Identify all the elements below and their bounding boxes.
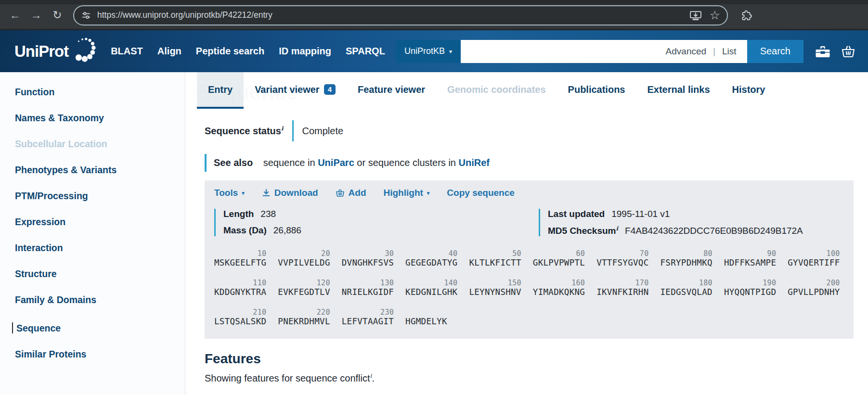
last-updated-value: 1995-11-01 v1 — [611, 209, 670, 219]
url-text[interactable]: https://www.uniprot.org/uniprotkb/P42212… — [97, 10, 682, 20]
database-selector[interactable]: UniProtKB ▾ — [396, 40, 461, 63]
nav-peptide-search[interactable]: Peptide search — [196, 46, 264, 57]
sidebar-item-ptm-processing[interactable]: PTM/Processing — [0, 191, 185, 201]
info-icon[interactable]: i — [281, 125, 284, 132]
residue-number — [405, 308, 447, 316]
nav-id-mapping[interactable]: ID mapping — [279, 46, 331, 57]
sequence-letters: YIMADKQKNG — [533, 287, 585, 298]
residue-number: 230 — [342, 308, 394, 316]
sidebar-item-similar-proteins[interactable]: Similar Proteins — [0, 349, 185, 359]
nav-align[interactable]: Align — [157, 46, 181, 57]
sequence-letters: DVNGHKFSVS — [342, 257, 394, 268]
uniref-link[interactable]: UniRef — [459, 157, 490, 168]
nav-sparql[interactable]: SPARQL — [346, 46, 385, 57]
residue-number: 10 — [214, 250, 266, 257]
sidebar-item-interaction[interactable]: Interaction — [0, 242, 185, 253]
tab-feature-viewer[interactable]: Feature viewer — [347, 72, 436, 109]
site-info-icon[interactable] — [81, 10, 91, 21]
header-icons — [815, 45, 855, 58]
tab-external-links[interactable]: External links — [636, 72, 721, 109]
see-also-row: See also sequence in UniParc or sequence… — [205, 154, 854, 172]
tab-entry[interactable]: Entry — [197, 72, 244, 109]
features-section: Features Showing features for sequence c… — [205, 351, 854, 384]
list-link[interactable]: List — [722, 46, 737, 57]
sequence-stats: Length238 Mass (Da)26,886 Last updated19… — [214, 209, 844, 236]
sidebar-item-sequence-label: Sequence — [16, 323, 61, 333]
search-input[interactable] — [461, 40, 666, 63]
basket-icon[interactable] — [841, 45, 855, 58]
tab-publications[interactable]: Publications — [557, 72, 636, 109]
forward-icon[interactable]: → — [27, 6, 45, 25]
download-label: Download — [274, 188, 318, 198]
sequence-chunk: 10MSKGEELFTG — [214, 250, 266, 268]
sidebar-item-function[interactable]: Function — [0, 87, 185, 97]
extensions-puzzle-icon[interactable] — [740, 10, 752, 21]
sidebar-item-structure[interactable]: Structure — [0, 268, 185, 279]
residue-number: 100 — [788, 250, 840, 257]
md5-stat: MD5 ChecksumiF4AB4243622DDCC76E0B9B6D249… — [548, 225, 844, 236]
uniprot-logo-dots-icon — [70, 37, 98, 66]
tools-dropdown[interactable]: Tools ▾ — [214, 188, 245, 198]
entry-content: Sequence Entry Variant viewer 4 Feature … — [185, 72, 868, 395]
sidebar-item-sequence[interactable]: Sequence — [0, 320, 185, 333]
residue-number: 140 — [405, 279, 457, 287]
search-button[interactable]: Search — [747, 40, 803, 63]
see-also-text-pre: sequence in — [263, 157, 315, 168]
sequence-letters: GPVLLPDNHY — [788, 287, 840, 298]
sequence-letters: EVKFEGDTLV — [278, 287, 330, 298]
install-icon[interactable] — [689, 10, 702, 21]
length-stat: Length238 — [223, 209, 519, 219]
tab-variant-viewer-label: Variant viewer — [255, 84, 320, 95]
add-to-basket-button[interactable]: Add — [336, 188, 366, 198]
sequence-letters: HDFFKSAMPE — [724, 257, 776, 268]
sequence-chunk: 90HDFFKSAMPE — [724, 250, 776, 268]
highlight-dropdown[interactable]: Highlight ▾ — [384, 188, 430, 198]
see-also-text-mid: or sequence clusters in — [357, 157, 456, 168]
length-value: 238 — [260, 209, 276, 219]
residue-number: 50 — [469, 250, 521, 257]
sequence-letters: HGMDELYK — [405, 316, 447, 327]
sidebar-item-expression[interactable]: Expression — [0, 217, 185, 227]
tab-history[interactable]: History — [721, 72, 777, 109]
text-cursor — [12, 322, 13, 333]
bookmark-star-icon[interactable]: ☆ — [710, 9, 720, 21]
copy-sequence-button[interactable]: Copy sequence — [447, 188, 514, 198]
sequence-chunk: 60GKLPVPWPTL — [533, 250, 585, 268]
divider — [292, 120, 294, 141]
info-icon[interactable]: i — [616, 225, 619, 232]
chevron-down-icon: ▾ — [427, 190, 430, 196]
sequence-chunk: 150LEYNYNSHNV — [469, 279, 521, 298]
sidebar-item-names-taxonomy[interactable]: Names & Taxonomy — [0, 113, 185, 123]
residue-number: 180 — [661, 279, 713, 287]
advanced-search-link[interactable]: Advanced — [666, 46, 707, 57]
reload-icon[interactable]: ↻ — [48, 6, 66, 25]
nav-blast[interactable]: BLAST — [111, 46, 143, 57]
download-icon — [262, 189, 271, 197]
chevron-down-icon: ▾ — [449, 48, 452, 55]
address-bar[interactable]: https://www.uniprot.org/uniprotkb/P42212… — [73, 5, 728, 25]
uniprot-header: UniProt BLAST Align Peptide search ID ma… — [0, 30, 868, 72]
sequence-letters: VTTFSYGVQC — [596, 257, 648, 268]
sidebar-item-family-domains[interactable]: Family & Domains — [0, 294, 185, 305]
see-also-label: See also — [214, 157, 253, 168]
main-layout: Function Names & Taxonomy Subcellular Lo… — [0, 72, 868, 395]
download-button[interactable]: Download — [262, 188, 318, 198]
uniparc-link[interactable]: UniParc — [318, 157, 354, 168]
sidebar-item-phenotypes-variants[interactable]: Phenotypes & Variants — [0, 165, 185, 175]
back-icon[interactable]: ← — [6, 6, 24, 25]
tab-variant-viewer[interactable]: Variant viewer 4 — [244, 72, 347, 109]
features-subtitle: Showing features for sequence conflicti. — [205, 372, 854, 384]
residue-number: 210 — [214, 308, 266, 316]
toolbox-icon[interactable] — [815, 45, 830, 58]
database-selector-label: UniProtKB — [404, 46, 445, 56]
residue-number: 120 — [278, 279, 330, 287]
sequence-row: 210LSTQSALSKD220PNEKRDHMVL230LEFVTAAGIT … — [214, 308, 844, 327]
residue-number: 60 — [533, 250, 585, 257]
sequence-chunk: 190HYQQNTPIGD — [724, 279, 776, 298]
search-bar: UniProtKB ▾ Advanced | List Search — [396, 40, 803, 63]
sequence-chunk: HGMDELYK — [405, 308, 447, 327]
sequence-chunk: 50KLTLKFICTT — [469, 250, 521, 268]
sequence-row: 10MSKGEELFTG20VVPILVELDG30DVNGHKFSVS40GE… — [214, 250, 844, 268]
primary-nav: BLAST Align Peptide search ID mapping SP… — [111, 46, 385, 57]
uniprot-logo[interactable]: UniProt — [14, 37, 98, 66]
